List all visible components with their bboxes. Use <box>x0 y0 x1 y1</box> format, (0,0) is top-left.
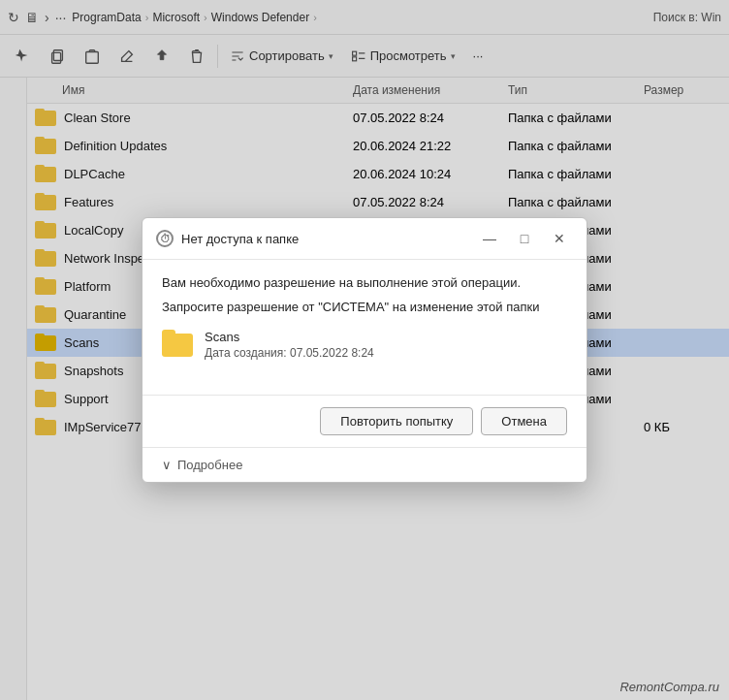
access-denied-dialog: ⏱ Нет доступа к папке — □ ✕ Вам необходи… <box>142 217 587 483</box>
dialog-maximize-button[interactable]: □ <box>511 228 538 249</box>
dialog-title: Нет доступа к папке <box>181 232 468 246</box>
dialog-folder-text: Scans Дата создания: 07.05.2022 8:24 <box>205 330 374 360</box>
retry-button[interactable]: Повторить попытку <box>320 407 473 435</box>
dialog-footer: Повторить попытку Отмена <box>143 395 586 447</box>
chevron-down-icon: ∨ <box>162 458 172 472</box>
dialog-info-icon: ⏱ <box>156 230 174 247</box>
dialog-body: Вам необходимо разрешение на выполнение … <box>143 260 586 395</box>
dialog-folder-icon <box>162 330 193 357</box>
dialog-folder-date: Дата создания: 07.05.2022 8:24 <box>205 346 374 360</box>
dialog-folder-info: Scans Дата создания: 07.05.2022 8:24 <box>162 330 567 360</box>
dialog-more-row[interactable]: ∨ Подробнее <box>143 447 586 482</box>
dialog-window-controls: — □ ✕ <box>476 228 573 249</box>
dialog-close-button[interactable]: ✕ <box>546 228 573 249</box>
dialog-message-2: Запросите разрешение от "СИСТЕМА" на изм… <box>162 300 567 314</box>
dialog-overlay: ⏱ Нет доступа к папке — □ ✕ Вам необходи… <box>0 0 729 700</box>
dialog-folder-name: Scans <box>205 330 374 344</box>
dialog-titlebar: ⏱ Нет доступа к папке — □ ✕ <box>143 218 586 260</box>
dialog-message-1: Вам необходимо разрешение на выполнение … <box>162 275 567 290</box>
dialog-more-label: Подробнее <box>177 458 242 472</box>
dialog-minimize-button[interactable]: — <box>476 228 503 249</box>
cancel-button[interactable]: Отмена <box>481 407 567 435</box>
